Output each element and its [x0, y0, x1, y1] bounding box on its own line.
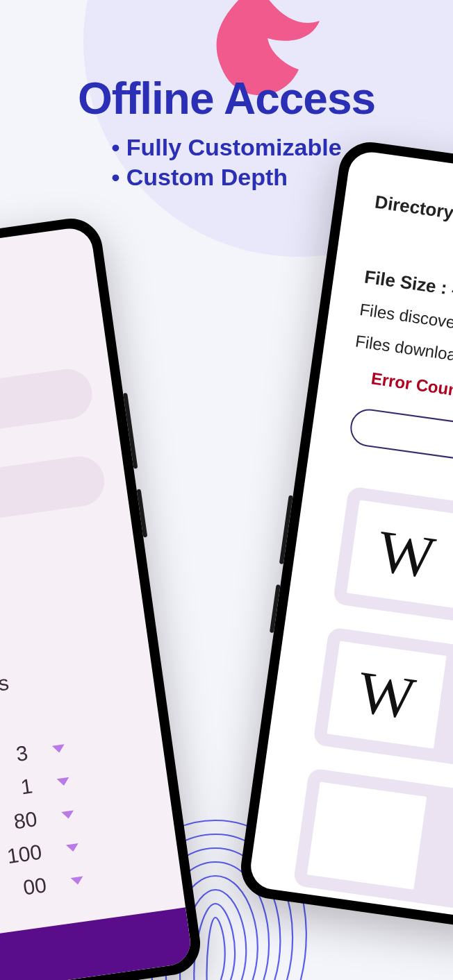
- primary-action-bar[interactable]: [0, 907, 193, 980]
- depth-value: 3: [15, 741, 29, 766]
- hero-bullet-2: • Custom Depth: [111, 162, 341, 192]
- filesize-label: File Size :: [363, 267, 449, 298]
- phone-mockup-right: Directory : /Off ww 169 File Size : 4.97…: [237, 138, 453, 945]
- site-thumbnail: W: [327, 641, 446, 749]
- chevron-down-icon: [66, 843, 79, 852]
- chevron-down-icon: [56, 777, 69, 786]
- depth-value: 80: [13, 807, 39, 834]
- phone-side-button: [137, 489, 148, 537]
- hero-bullets: • Fully Customizable • Custom Depth: [111, 133, 341, 192]
- cancel-button[interactable]: C: [348, 407, 453, 479]
- site-thumbnail: W: [347, 500, 453, 608]
- chevron-down-icon: [61, 810, 74, 819]
- depth-value-list: 3 1 80 100 00: [0, 725, 160, 922]
- hero-title: Offline Access: [0, 73, 453, 124]
- phone-side-button: [279, 495, 293, 564]
- phone-screen-right: Directory : /Off ww 169 File Size : 4.97…: [248, 149, 453, 933]
- directory-label: Directory :: [374, 192, 453, 225]
- directory-line: Directory : /Off: [374, 192, 453, 253]
- phone-mockup-left: s 3 1 80 100 00: [0, 214, 204, 980]
- download-card[interactable]: [293, 768, 453, 926]
- download-card[interactable]: W: [333, 486, 453, 644]
- phone-side-button: [270, 584, 281, 633]
- phone-side-button: [123, 393, 138, 469]
- settings-label-fragment: s: [0, 654, 132, 695]
- input-field-placeholder[interactable]: [0, 366, 95, 457]
- depth-value: 1: [19, 774, 34, 799]
- error-label: Error Count :: [370, 369, 453, 402]
- depth-value: 00: [22, 873, 48, 899]
- thumb-letter: W: [374, 516, 439, 592]
- chevron-down-icon: [52, 744, 65, 753]
- thumb-letter: W: [354, 657, 419, 733]
- depth-row[interactable]: 00: [0, 857, 160, 922]
- phone-screen-left: s 3 1 80 100 00: [0, 226, 193, 980]
- depth-value: 100: [6, 840, 43, 869]
- hero-bullet-1: • Fully Customizable: [111, 133, 341, 162]
- site-thumbnail: [307, 782, 427, 890]
- chevron-down-icon: [70, 876, 83, 885]
- download-card[interactable]: W: [313, 627, 453, 785]
- filesize-value: 4.97: [450, 278, 453, 304]
- input-field-placeholder[interactable]: [0, 453, 108, 544]
- download-card-list: W W: [279, 484, 453, 924]
